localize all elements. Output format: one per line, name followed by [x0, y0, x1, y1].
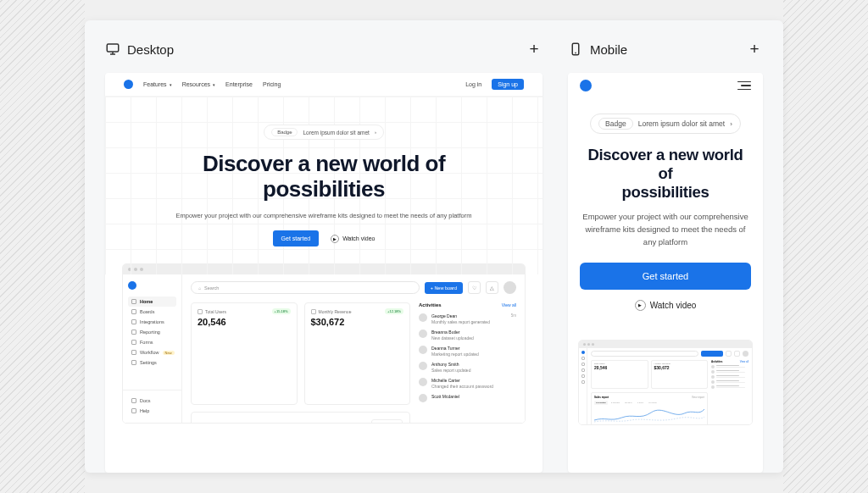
hero-subtitle: Empower your project with our comprehens… — [173, 211, 475, 220]
sidebar-icon[interactable] — [581, 368, 585, 372]
desktop-icon — [105, 42, 120, 57]
sidebar-item-help[interactable]: Help — [128, 406, 176, 416]
sidebar-item-boards[interactable]: Boards — [128, 307, 176, 317]
avatar — [419, 313, 427, 322]
sidebar-item-integrations[interactable]: Integrations — [128, 317, 176, 327]
menu-button[interactable] — [737, 81, 751, 91]
nav-features[interactable]: Features▾ — [143, 81, 172, 87]
nav-resources[interactable]: Resources▾ — [182, 81, 215, 87]
home-icon — [131, 299, 136, 304]
desktop-panel-title: Desktop — [105, 42, 174, 57]
login-link[interactable]: Log in — [465, 81, 481, 87]
favorite-button[interactable]: ♡ — [468, 281, 481, 294]
sidebar-item-home[interactable]: Home — [128, 296, 176, 307]
sidebar-item-workflow[interactable]: WorkflowNew — [128, 347, 176, 357]
avatar — [419, 346, 427, 354]
watch-video-button[interactable]: ▶ Watch video — [331, 235, 375, 243]
site-navbar: Features▾ Resources▾ Enterprise Pricing … — [105, 73, 542, 97]
activity-item[interactable]: George DeanMonthly sales report generate… — [419, 311, 516, 327]
activity-item[interactable]: Anthony SmithSales report updated — [419, 359, 516, 375]
view-all-link[interactable]: View all — [740, 360, 748, 363]
activity-desc: Sales report updated — [431, 368, 470, 374]
mobile-icon — [568, 42, 583, 57]
sidebar-icon[interactable] — [581, 380, 585, 384]
notifications-button[interactable]: △ — [486, 281, 498, 294]
user-avatar[interactable] — [504, 281, 516, 294]
badge-text: Lorem ipsum dolor sit amet — [303, 130, 369, 136]
nav-pricing[interactable]: Pricing — [263, 81, 281, 87]
sidebar-item-settings[interactable]: Settings — [128, 357, 176, 368]
activity-desc: Monthly sales report generated — [431, 319, 490, 325]
mobile-navbar — [568, 73, 763, 98]
chevron-down-icon: ▾ — [213, 82, 215, 87]
user-avatar[interactable] — [743, 351, 748, 357]
get-started-button[interactable]: Get started — [273, 230, 320, 246]
watch-video-button[interactable]: ▶ Watch video — [580, 300, 751, 311]
mobile-panel: Mobile + Badge Lorem ipsum dolor sit ame… — [568, 37, 763, 473]
integrations-icon — [131, 319, 136, 324]
stat-card: Total Users20,546 — [591, 360, 648, 389]
mobile-hero: Badge Lorem ipsum dolor sit amet › Disco… — [568, 98, 763, 324]
app-main: ⌕Search + New board ♡ △ Total Users+15.1… — [182, 274, 525, 423]
app-sidebar-mini — [579, 348, 587, 424]
view-report-button[interactable]: View report — [371, 419, 403, 424]
activity-desc: New dataset uploaded — [431, 335, 474, 341]
decorative-lines-left — [0, 0, 85, 493]
icon-button[interactable] — [726, 351, 732, 357]
new-badge: New — [163, 351, 175, 355]
app-mockup: Home Boards Integrations Reporting Forms… — [122, 263, 526, 424]
avatar — [419, 378, 427, 386]
activity-desc: Changed their account password — [431, 384, 493, 390]
activity-item[interactable]: Scott Mcdaniel — [419, 391, 516, 405]
add-desktop-button[interactable]: + — [526, 41, 542, 58]
view-report-button[interactable]: View report — [692, 396, 704, 399]
svg-rect-0 — [107, 44, 119, 52]
hero-badge[interactable]: Badge Lorem ipsum dolor sit amet › — [590, 114, 741, 134]
badge-text: Lorem ipsum dolor sit amet — [638, 119, 726, 128]
users-icon — [198, 309, 203, 314]
mobile-panel-title: Mobile — [568, 42, 627, 57]
window-chrome — [579, 341, 752, 348]
activity-item[interactable]: Breanna ButlerNew dataset uploaded — [419, 327, 516, 343]
activity-desc: Marketing report updated — [431, 352, 479, 357]
hero: Badge Lorem ipsum dolor sit amet › Disco… — [105, 97, 542, 263]
activity-item[interactable]: Michelle CarterChanged their account pas… — [419, 375, 516, 391]
sales-chart-mini: Sales reportView report 12 months3 month… — [591, 392, 708, 425]
stat-card: Monthly Revenue$30,672 — [651, 360, 709, 389]
sidebar-icon[interactable] — [581, 357, 585, 360]
new-board-button[interactable] — [701, 351, 723, 357]
avatar — [419, 394, 427, 402]
add-mobile-button[interactable]: + — [746, 41, 763, 58]
view-all-link[interactable]: View all — [502, 302, 516, 307]
chevron-right-icon: › — [730, 120, 732, 128]
icon-button[interactable] — [734, 351, 740, 357]
boards-icon — [131, 309, 136, 314]
chevron-down-icon: ▾ — [170, 82, 172, 87]
sidebar-icon[interactable] — [581, 363, 585, 366]
sidebar-item-reporting[interactable]: Reporting — [128, 327, 176, 337]
get-started-button[interactable]: Get started — [580, 263, 751, 290]
stat-value: $30,672 — [311, 317, 404, 327]
hero-badge[interactable]: Badge Lorem ipsum dolor sit amet › — [264, 125, 384, 140]
app-logo[interactable] — [128, 281, 136, 290]
docs-icon — [131, 398, 136, 403]
stat-monthly-revenue: Monthly Revenue+12.18% $30,672 — [304, 302, 411, 405]
activity-item[interactable]: Deanna TurnerMarketing report updated — [419, 343, 516, 359]
app-logo[interactable] — [581, 351, 585, 354]
sidebar-icon[interactable] — [581, 374, 585, 378]
sidebar-item-forms[interactable]: Forms — [128, 337, 176, 347]
new-board-button[interactable]: + New board — [425, 282, 463, 294]
delta-badge: +12.18% — [385, 308, 403, 314]
search-input[interactable]: ⌕Search — [191, 281, 420, 294]
sidebar-item-docs[interactable]: Docs — [128, 396, 176, 406]
search-input[interactable] — [591, 351, 698, 357]
search-icon: ⌕ — [198, 285, 201, 291]
nav-enterprise[interactable]: Enterprise — [225, 81, 253, 87]
stat-value: 20,546 — [198, 317, 291, 327]
signup-button[interactable]: Sign up — [492, 79, 524, 90]
hero-subtitle: Empower your project with our comprehens… — [580, 211, 751, 248]
reporting-icon — [131, 330, 136, 335]
revenue-icon — [311, 309, 316, 314]
site-logo[interactable] — [580, 80, 592, 91]
site-logo[interactable] — [124, 80, 133, 89]
